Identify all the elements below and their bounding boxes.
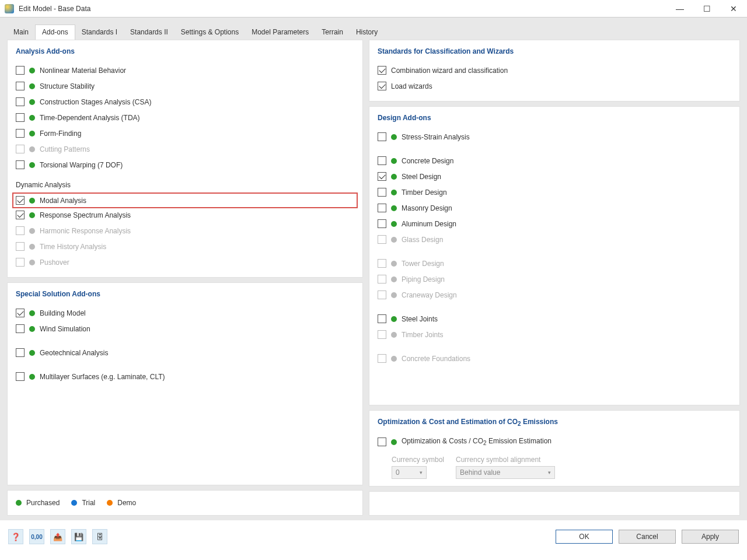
checkbox[interactable]: [16, 211, 25, 219]
tab-terrain[interactable]: Terrain: [315, 24, 350, 40]
status-dot-icon: [391, 174, 397, 180]
option-row: Timber Design: [378, 184, 731, 200]
minimize-button[interactable]: —: [666, 0, 693, 18]
export-icon[interactable]: 📤: [50, 529, 65, 544]
status-dot-icon: [29, 68, 35, 74]
option-row: Stress-Strain Analysis: [378, 129, 731, 145]
precision-icon[interactable]: 0,00: [29, 529, 44, 544]
checkbox[interactable]: [16, 196, 25, 205]
status-dot-icon: [391, 190, 397, 195]
checkbox[interactable]: [378, 219, 386, 228]
apply-button[interactable]: Apply: [682, 530, 739, 544]
option-row: Pushover: [16, 254, 354, 270]
checkbox: [16, 145, 25, 153]
currency-alignment-label: Currency symbol alignment: [456, 456, 555, 464]
option-label: Response Spectrum Analysis: [40, 211, 131, 219]
option-row: Time History Analysis: [16, 239, 354, 254]
tab-standards-i[interactable]: Standards I: [75, 24, 124, 40]
status-dot-icon: [107, 500, 113, 506]
checkbox[interactable]: [378, 204, 386, 212]
checkbox[interactable]: [378, 132, 386, 141]
panel-optimization: Optimization & Cost and Estimation of CO…: [369, 410, 740, 487]
checkbox[interactable]: [16, 129, 25, 138]
tab-main[interactable]: Main: [7, 24, 35, 40]
option-row: Masonry Design: [378, 200, 731, 216]
currency-symbol-label: Currency symbol: [392, 456, 444, 464]
checkbox[interactable]: [16, 82, 25, 90]
status-dot-icon: [29, 146, 35, 152]
ok-button[interactable]: OK: [556, 530, 613, 544]
option-label: Modal Analysis: [40, 197, 86, 205]
option-label: Cutting Patterns: [40, 145, 90, 153]
panel-title: Special Solution Add-ons: [16, 290, 354, 298]
option-label: Piping Design: [402, 275, 445, 284]
checkbox[interactable]: [16, 160, 25, 169]
status-dot-icon: [29, 99, 35, 105]
panel-standards: Standards for Classification and Wizards…: [369, 40, 740, 102]
checkbox[interactable]: [16, 113, 25, 122]
save-icon[interactable]: 💾: [71, 529, 86, 544]
status-dot-icon: [29, 83, 35, 89]
status-dot-icon: [391, 439, 397, 445]
option-row: Torsional Warping (7 DOF): [16, 157, 354, 173]
option-row: Multilayer Surfaces (e.g. Laminate, CLT): [16, 369, 354, 384]
currency-alignment-select[interactable]: Behind value▾: [456, 466, 555, 479]
tab-history[interactable]: History: [350, 24, 384, 40]
cancel-button[interactable]: Cancel: [619, 530, 676, 544]
option-label: Stress-Strain Analysis: [402, 133, 470, 141]
option-row: Form-Finding: [16, 125, 354, 141]
tab-settings-options[interactable]: Settings & Options: [174, 24, 245, 40]
checkbox-optimization[interactable]: [378, 438, 386, 446]
status-dot-icon: [391, 316, 397, 322]
checkbox[interactable]: [378, 188, 386, 197]
panel-analysis-addons: Analysis Add-ons Nonlinear Material Beha…: [7, 40, 363, 278]
status-dot-icon: [29, 310, 35, 316]
close-button[interactable]: ✕: [720, 0, 747, 18]
option-label: Glass Design: [402, 236, 443, 244]
option-row: Modal Analysis: [12, 192, 358, 208]
tab-model-parameters[interactable]: Model Parameters: [245, 24, 315, 40]
tab-add-ons[interactable]: Add-ons: [35, 24, 75, 40]
checkbox: [16, 258, 25, 267]
option-label: Building Model: [40, 309, 86, 317]
checkbox[interactable]: [378, 314, 386, 323]
checkbox[interactable]: [16, 372, 25, 381]
checkbox[interactable]: [16, 66, 25, 75]
tabbar: MainAdd-onsStandards IStandards IISettin…: [7, 24, 740, 40]
database-icon[interactable]: 🗄: [92, 529, 107, 544]
option-row: Nonlinear Material Behavior: [16, 62, 354, 78]
status-dot-icon: [29, 162, 35, 168]
currency-symbol-select[interactable]: 0▾: [392, 466, 427, 479]
legend-label: Trial: [82, 499, 95, 507]
status-dot-icon: [29, 350, 35, 356]
option-label: Steel Joints: [402, 315, 438, 323]
option-label: Load wizards: [391, 82, 432, 90]
checkbox[interactable]: [16, 97, 25, 106]
status-dot-icon: [391, 221, 397, 227]
option-row: Steel Joints: [378, 311, 731, 327]
option-label: Geotechnical Analysis: [40, 349, 108, 357]
status-dot-icon: [29, 228, 35, 234]
option-label: Structure Stability: [40, 82, 95, 90]
option-label: Craneway Design: [402, 291, 457, 299]
checkbox: [378, 354, 386, 363]
option-row: Structure Stability: [16, 78, 354, 94]
checkbox[interactable]: [378, 66, 386, 75]
checkbox: [378, 235, 386, 244]
checkbox: [378, 330, 386, 339]
help-icon[interactable]: ❓: [8, 529, 23, 544]
panel-title: Design Add-ons: [378, 114, 731, 122]
maximize-button[interactable]: ☐: [693, 0, 720, 18]
checkbox[interactable]: [378, 172, 386, 181]
checkbox[interactable]: [16, 324, 25, 333]
legend-item: Trial: [71, 499, 95, 507]
tab-standards-ii[interactable]: Standards II: [124, 24, 174, 40]
checkbox[interactable]: [378, 82, 386, 90]
checkbox[interactable]: [378, 156, 386, 165]
checkbox: [378, 259, 386, 268]
checkbox[interactable]: [16, 309, 25, 317]
dynamic-analysis-subtitle: Dynamic Analysis: [16, 181, 354, 189]
option-row: Tower Design: [378, 256, 731, 271]
checkbox[interactable]: [16, 348, 25, 357]
panel-title: Optimization & Cost and Estimation of CO…: [378, 418, 731, 427]
